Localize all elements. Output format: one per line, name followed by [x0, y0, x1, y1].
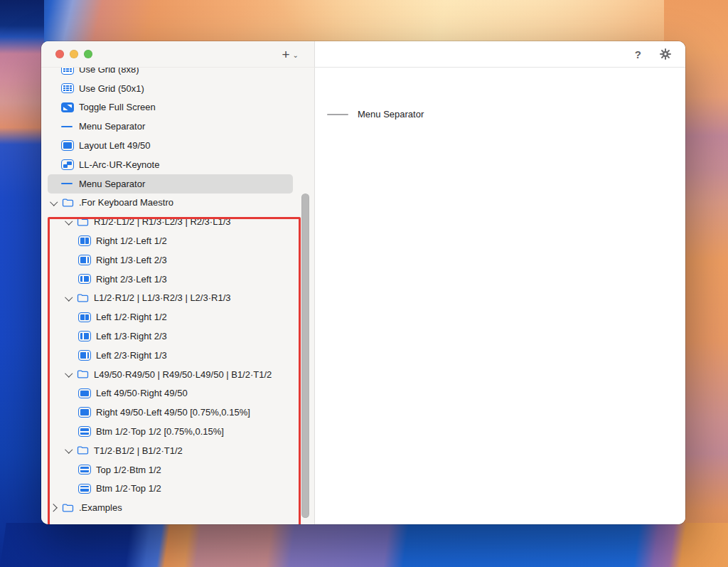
split-left-third-icon [78, 274, 91, 285]
titlebar: + ⌄ ? [41, 41, 685, 68]
chevron-down-icon[interactable] [63, 445, 75, 456]
zoom-button[interactable] [84, 50, 92, 58]
list-item[interactable]: Left 1/3·Right 2/3 [41, 327, 314, 346]
chevron-down-icon[interactable] [63, 292, 75, 304]
list-item-label: Toggle Full Screen [79, 102, 156, 112]
list-item-label: Left 2/3·Right 1/3 [96, 350, 167, 361]
split-half-icon [78, 235, 91, 246]
chevron-down-icon[interactable] [63, 369, 75, 380]
list-item[interactable]: Left 2/3·Right 1/3 [41, 346, 314, 365]
list-item-label: L1/2·R1/2 | L1/3·R2/3 | L2/3·R1/3 [94, 292, 230, 303]
list-item[interactable]: Left 1/2·Right 1/2 [41, 307, 314, 327]
menu-separator-line-icon [327, 114, 348, 115]
folder-icon [61, 502, 74, 513]
list-item[interactable]: Menu Separator [41, 117, 314, 136]
split-left-two-thirds-icon [78, 255, 91, 265]
list-item[interactable]: Layout Left 49/50 [41, 136, 314, 155]
filled-layout-icon [78, 388, 91, 399]
horizontal-split-icon [78, 465, 91, 475]
list-item-folder[interactable]: L1/2·R1/2 | L1/3·R2/3 | L2/3·R1/3 [41, 289, 314, 308]
filled-layout-icon [61, 140, 74, 151]
indent-spacer [48, 121, 60, 132]
minimize-button[interactable] [70, 50, 78, 58]
list-item[interactable]: Toggle Full Screen [41, 98, 314, 117]
list-item-label: Top 1/2·Btm 1/2 [96, 465, 161, 475]
traffic-lights [55, 50, 92, 58]
list-item-folder[interactable]: .For Keyboard Maestro [41, 194, 314, 213]
chevron-down-icon[interactable] [63, 216, 75, 228]
help-button[interactable]: ? [635, 48, 641, 60]
desktop: + ⌄ ? [0, 0, 728, 567]
grid-icon [61, 68, 74, 75]
filled-layout-icon [78, 407, 91, 418]
list-item-label: Left 49/50·Right 49/50 [96, 388, 188, 398]
corner-layout-icon [61, 159, 74, 170]
chevron-down-icon[interactable] [48, 197, 60, 208]
add-command-button[interactable]: + ⌄ [282, 41, 299, 68]
settings-button[interactable] [660, 48, 671, 60]
fullscreen-icon [61, 102, 74, 113]
wallpaper-left-edge [0, 0, 44, 567]
chevron-down-icon: ⌄ [293, 51, 299, 59]
list-item-label: Right 2/3·Left 1/3 [96, 274, 167, 285]
list-item-folder[interactable]: L49/50·R49/50 | R49/50·L49/50 | B1/2·T1/… [41, 365, 314, 384]
list-item-label: Use Grid (8x8) [79, 68, 139, 75]
list-item-label: Menu Separator [79, 121, 145, 132]
list-item-folder[interactable]: .Examples [41, 498, 314, 517]
grid-icon [61, 83, 74, 94]
list-item[interactable]: Right 2/3·Left 1/3 [41, 270, 314, 289]
list-item[interactable]: Right 49/50·Left 49/50 [0.75%,0.15%] [41, 403, 314, 422]
gear-icon [660, 48, 671, 60]
list-item[interactable]: Use Grid (8x8) [41, 68, 314, 79]
list-item[interactable]: Btm 1/2·Top 1/2 [41, 479, 314, 499]
list-item-label: Layout Left 49/50 [79, 140, 150, 151]
separator-icon [61, 122, 74, 132]
list-item-label: .Examples [79, 502, 122, 513]
titlebar-detail-section: ? [315, 41, 685, 68]
plus-icon: + [282, 48, 290, 61]
list-item[interactable]: Left 49/50·Right 49/50 [41, 384, 314, 403]
list-item-label: Right 1/2·Left 1/2 [96, 235, 167, 246]
list-item-label: Left 1/2·Right 1/2 [96, 312, 167, 322]
list-item-folder[interactable]: R1/2·L1/2 | R1/3·L2/3 | R2/3·L1/3 [41, 212, 314, 231]
list-item[interactable]: Use Grid (50x1) [41, 79, 314, 98]
list-item[interactable]: LL-Arc·UR-Keynote [41, 155, 314, 174]
indent-spacer [48, 159, 60, 170]
chevron-right-icon[interactable] [48, 502, 60, 514]
close-button[interactable] [55, 50, 64, 58]
sidebar-scrollbar[interactable] [301, 194, 309, 518]
folder-icon [76, 293, 89, 304]
detail-row[interactable]: Menu Separator [327, 109, 424, 120]
detail-item-label: Menu Separator [358, 109, 424, 120]
command-list-sidebar: Use Grid (8x8) Use Grid (50x1) Toggle Fu… [41, 68, 315, 524]
list-item[interactable]: Right 1/2·Left 1/2 [41, 231, 314, 250]
list-item-label: Btm 1/2·Top 1/2 [96, 483, 161, 494]
command-list: Use Grid (8x8) Use Grid (50x1) Toggle Fu… [41, 68, 314, 517]
list-item-folder[interactable]: T1/2·B1/2 | B1/2·T1/2 [41, 441, 314, 460]
list-item[interactable]: Right 1/3·Left 2/3 [41, 250, 314, 270]
folder-icon [76, 369, 89, 380]
list-item-label: L49/50·R49/50 | R49/50·L49/50 | B1/2·T1/… [94, 369, 272, 380]
horizontal-split-icon [78, 484, 91, 494]
list-item-label: T1/2·B1/2 | B1/2·T1/2 [94, 445, 183, 456]
list-item-selected[interactable]: Menu Separator [48, 174, 293, 194]
titlebar-sidebar-section: + ⌄ [41, 41, 315, 68]
list-item[interactable]: Top 1/2·Btm 1/2 [41, 460, 314, 479]
split-half-icon [78, 312, 91, 323]
split-left-third-icon [78, 331, 91, 341]
wallpaper-bottom-stripes [0, 523, 728, 567]
folder-icon [76, 445, 89, 456]
folder-icon [76, 217, 89, 228]
indent-spacer [48, 178, 60, 189]
list-item-label: R1/2·L1/2 | R1/3·L2/3 | R2/3·L1/3 [94, 216, 230, 227]
folder-icon [61, 198, 74, 208]
indent-spacer [48, 68, 60, 75]
list-item-label: LL-Arc·UR-Keynote [79, 159, 159, 170]
list-item[interactable]: Btm 1/2·Top 1/2 [0.75%,0.15%] [41, 422, 314, 441]
indent-spacer [48, 83, 60, 94]
window-body: Use Grid (8x8) Use Grid (50x1) Toggle Fu… [41, 68, 685, 524]
indent-spacer [48, 102, 60, 113]
list-item-label: Left 1/3·Right 2/3 [96, 331, 167, 341]
list-item-label: .For Keyboard Maestro [79, 197, 173, 208]
list-item-label: Right 1/3·Left 2/3 [96, 255, 167, 265]
